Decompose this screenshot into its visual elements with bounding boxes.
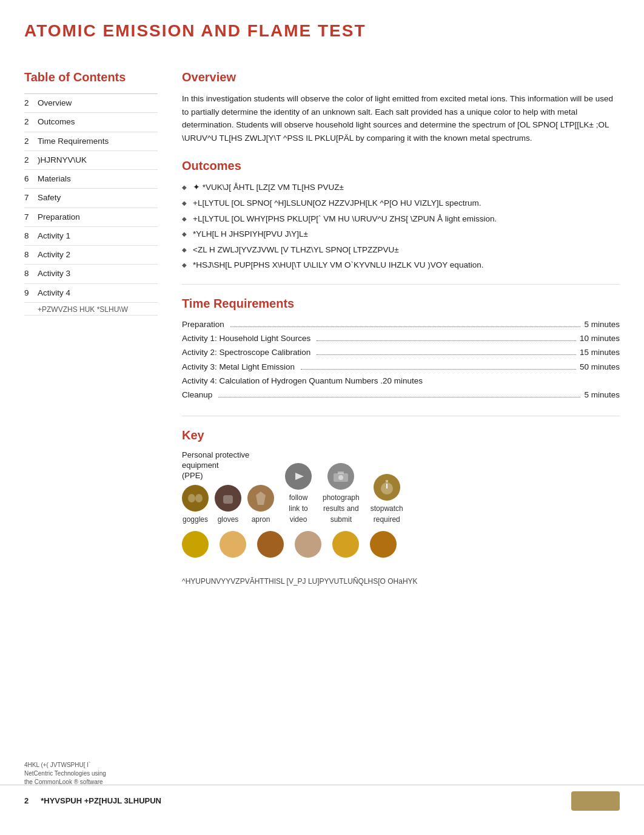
- time-row-dots: [301, 362, 576, 370]
- key-icon-2-3: [257, 531, 284, 558]
- gloves-label: gloves: [218, 514, 239, 525]
- toc-label: Activity 4: [38, 287, 70, 299]
- ppe-icons-row: goggles gloves: [182, 485, 274, 525]
- time-row-label: Activity 3: Metal Light Emission: [182, 361, 295, 373]
- toc-label: Time Requirements: [38, 135, 109, 147]
- key-icon-2-5-circle: [332, 531, 359, 558]
- toc-num: 6: [24, 173, 38, 185]
- footer-line1: 4HKL (+( JVTWSPHU[ I`: [24, 761, 106, 769]
- key-icon-2-5: [332, 531, 359, 558]
- follow-link-icon: [285, 463, 312, 490]
- svg-rect-3: [223, 495, 233, 504]
- time-row: Activity 3: Metal Light Emission50 minut…: [182, 361, 620, 373]
- key-icon-2-2-circle: [220, 531, 246, 558]
- key-heading: Key: [182, 426, 620, 444]
- outcome-item: <ZL H ZWLJ[YVZJVWL [V TLHZ\YL SPNO[ LTPZ…: [182, 243, 620, 257]
- outcomes-heading: Outcomes: [182, 157, 620, 175]
- key-icon-2-4: [295, 531, 321, 558]
- stopwatch-label: stopwatchrequired: [371, 503, 403, 525]
- toc-label: Preparation: [38, 211, 80, 223]
- time-row: Activity 4: Calculation of Hydrogen Quan…: [182, 375, 620, 387]
- key-icon-2-6-circle: [370, 531, 397, 558]
- key-section: Key Personal protectiveequipment(PPE): [182, 426, 620, 587]
- video-svg: [290, 470, 306, 482]
- key-divider: [182, 416, 620, 416]
- time-row: Cleanup5 minutes: [182, 389, 620, 401]
- toc-list-item: 8Activity 1: [24, 227, 158, 246]
- toc-label: Activity 3: [38, 268, 70, 280]
- svg-rect-10: [386, 480, 388, 482]
- toc-list-item: 8Activity 2: [24, 246, 158, 265]
- toc-heading: Table of Contents: [24, 68, 158, 86]
- follow-link-label: followlink tovideo: [289, 492, 307, 525]
- toc-label: Materials: [38, 173, 71, 185]
- left-column: Table of Contents 2Overview2Outcomes2Tim…: [24, 68, 158, 593]
- outcome-item: ✦ *VUK\J[ ÅHTL [LZ[Z VM TL[HS PVUZ±: [182, 181, 620, 194]
- toc-list-item: 2Outcomes: [24, 113, 158, 132]
- key-icon-2-6: [370, 531, 397, 558]
- gloves-svg: [220, 490, 236, 506]
- stopwatch-icon-item: stopwatchrequired: [371, 474, 403, 525]
- toc-num: 9: [24, 287, 38, 299]
- gloves-icon-item: gloves: [215, 485, 241, 525]
- photograph-label: photographresults andsubmit: [323, 492, 360, 525]
- time-row-label: Preparation: [182, 319, 224, 331]
- toc-label: Activity 2: [38, 249, 70, 261]
- time-row-dots: [230, 319, 581, 327]
- goggles-icon-item: goggles: [182, 485, 209, 525]
- toc-list-item: 8Activity 3: [24, 265, 158, 283]
- follow-link-icon-item: followlink tovideo: [285, 463, 312, 525]
- time-row-value: 10 minutes: [580, 333, 620, 345]
- goggles-label: goggles: [183, 514, 208, 525]
- toc-num: 7: [24, 211, 38, 223]
- svg-marker-4: [256, 492, 266, 505]
- photograph-icon: [327, 463, 354, 490]
- overview-text: In this investigation students will obse…: [182, 92, 620, 144]
- apron-label: apron: [252, 514, 270, 525]
- footer-line2: NetCentric Technologies using: [24, 769, 106, 778]
- toc-list-item: 7Safety: [24, 189, 158, 208]
- camera-svg: [332, 470, 349, 483]
- toc-label: Overview: [38, 97, 72, 109]
- right-column: Overview In this investigation students …: [182, 68, 620, 593]
- ppe-group: Personal protectiveequipment(PPE): [182, 450, 274, 525]
- ppe-label: Personal protectiveequipment(PPE): [182, 450, 249, 481]
- toc-list-item: 2)HJRNYV\UK: [24, 151, 158, 170]
- gloves-icon: [215, 485, 241, 512]
- toc-list-item: 9Activity 4: [24, 284, 158, 303]
- overview-section: Overview In this investigation students …: [182, 68, 620, 144]
- page-title: ATOMIC EMISSION AND FLAME TEST: [24, 18, 620, 50]
- main-layout: Table of Contents 2Overview2Outcomes2Tim…: [24, 68, 620, 593]
- key-icon-2-4-circle: [295, 531, 321, 558]
- footer-page-num: 2: [24, 795, 29, 807]
- toc-extra: +PZWVZHS HUK *SLHU\W: [24, 303, 158, 316]
- toc-num: 2: [24, 135, 38, 147]
- time-row-value: 15 minutes: [580, 347, 620, 359]
- second-icons-row: [182, 531, 620, 558]
- toc-num: 7: [24, 192, 38, 204]
- time-row-dots: [218, 390, 580, 397]
- stopwatch-icon: [374, 474, 400, 501]
- outcome-item: *HSJ\SH[L PUP[PHS X\HU[\T U\LILY VM O`KY…: [182, 259, 620, 272]
- footer-bar: 2 *HYVSPUH +PZ[HUJL 3LHUPUN: [0, 785, 644, 811]
- time-req-section: Time Requirements Preparation5 minutesAc…: [182, 294, 620, 402]
- toc-num: 8: [24, 268, 38, 280]
- key-icons-row: Personal protectiveequipment(PPE): [182, 450, 620, 525]
- footer-logo: [571, 791, 620, 811]
- goggles-icon: [182, 485, 209, 512]
- time-row: Activity 1: Household Light Sources10 mi…: [182, 333, 620, 345]
- toc-num: 8: [24, 249, 38, 261]
- time-rows: Preparation5 minutesActivity 1: Househol…: [182, 319, 620, 402]
- svg-point-1: [195, 494, 203, 502]
- toc-list-item: 7Preparation: [24, 208, 158, 227]
- time-row: Activity 2: Spectroscope Calibration15 m…: [182, 347, 620, 359]
- time-row-value: 50 minutes: [580, 361, 620, 373]
- time-row-value: 5 minutes: [584, 389, 620, 401]
- time-row-label: Activity 1: Household Light Sources: [182, 333, 310, 345]
- outcome-item: +L[LYTUL [OL SPNO[ ^H]LSLUN[OZ HZZVJPH[L…: [182, 197, 620, 210]
- toc-num: 2: [24, 116, 38, 128]
- time-row: Preparation5 minutes: [182, 319, 620, 331]
- time-row-label: Activity 4: Calculation of Hydrogen Quan…: [182, 375, 423, 387]
- apron-icon: [247, 485, 274, 512]
- toc-num: 8: [24, 230, 38, 242]
